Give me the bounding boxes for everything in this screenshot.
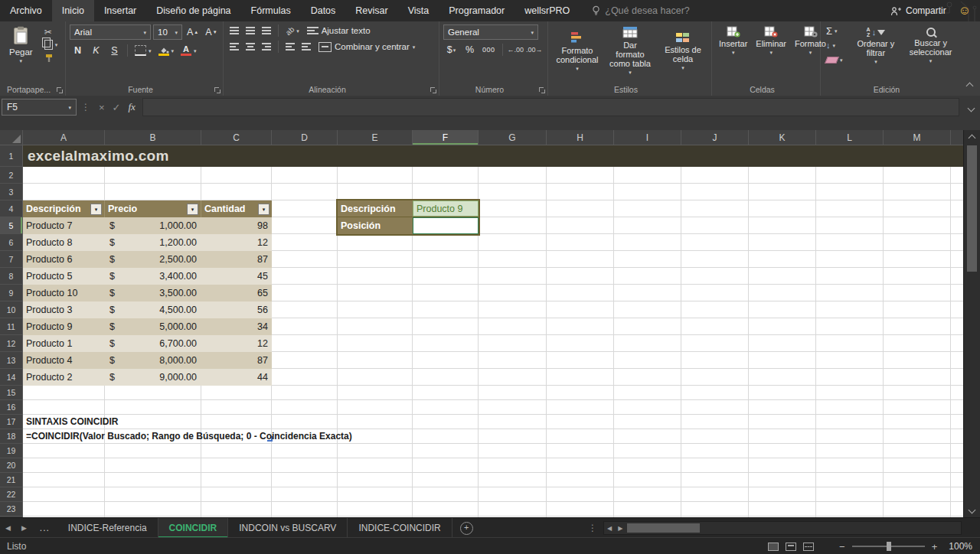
lookup-label-posicion[interactable]: Posición bbox=[338, 217, 413, 234]
cell-precio[interactable]: $6,700.00 bbox=[105, 335, 201, 352]
italic-button[interactable]: K bbox=[88, 44, 104, 57]
syntax-title-cell[interactable]: SINTAXIS COINCIDIR bbox=[26, 415, 118, 429]
row-header[interactable]: 23 bbox=[0, 502, 22, 517]
cell-descripcion[interactable]: Producto 2 bbox=[23, 369, 105, 386]
page-break-view-button[interactable] bbox=[803, 543, 814, 551]
hscroll-left-button[interactable]: ◀ bbox=[604, 525, 615, 532]
row-header[interactable]: 21 bbox=[0, 473, 22, 487]
row-header[interactable]: 10 bbox=[0, 301, 22, 318]
row-header[interactable]: 2 bbox=[0, 167, 22, 184]
conditional-formatting-button[interactable]: Formato condicional▾ bbox=[552, 29, 603, 73]
row-header[interactable]: 8 bbox=[0, 268, 22, 285]
cell-descripcion[interactable]: Producto 8 bbox=[23, 234, 105, 251]
table-header-cell[interactable]: Cantidad ▾ bbox=[201, 200, 272, 217]
row-header[interactable]: 5 bbox=[0, 217, 22, 234]
sheet-tab[interactable]: COINCIDIR bbox=[158, 518, 229, 538]
find-select-button[interactable]: Buscar y seleccionar▾ bbox=[904, 26, 957, 65]
table-row[interactable]: Producto 2 $9,000.00 44 bbox=[23, 369, 272, 386]
banner-cell[interactable]: excelalmaximo.com bbox=[23, 145, 963, 167]
increase-decimal-button[interactable]: ←.00 bbox=[508, 46, 524, 54]
filter-dropdown-button[interactable]: ▾ bbox=[90, 204, 102, 215]
row-header[interactable]: 19 bbox=[0, 444, 22, 458]
decrease-decimal-button[interactable]: .00→ bbox=[526, 46, 543, 54]
horizontal-scrollbar[interactable]: ◀ ▶ bbox=[603, 521, 962, 535]
column-header[interactable]: K bbox=[749, 130, 816, 145]
font-name-combo[interactable]: Arial▾ bbox=[70, 24, 151, 40]
cell-cantidad[interactable]: 44 bbox=[201, 369, 272, 386]
row-header[interactable]: 18 bbox=[0, 429, 22, 444]
formula-input[interactable] bbox=[142, 98, 959, 116]
align-left-icon[interactable] bbox=[227, 41, 241, 52]
cell-precio[interactable]: $1,200.00 bbox=[105, 234, 201, 251]
autosum-button[interactable]: Σ▾ bbox=[825, 24, 844, 37]
cell-descripcion[interactable]: Producto 1 bbox=[23, 335, 105, 352]
cell-descripcion[interactable]: Producto 7 bbox=[23, 217, 105, 234]
cell-cantidad[interactable]: 87 bbox=[201, 251, 272, 268]
column-header[interactable]: G bbox=[479, 130, 547, 145]
underline-button[interactable]: S bbox=[106, 44, 122, 57]
row-header[interactable]: 6 bbox=[0, 234, 22, 251]
sheet-nav-left-button[interactable]: ◀ bbox=[0, 518, 16, 538]
ribbon-tab[interactable]: Revisar bbox=[345, 0, 397, 21]
cell-cantidad[interactable]: 65 bbox=[201, 285, 272, 301]
dialog-launcher-portapapeles[interactable] bbox=[57, 87, 63, 93]
sheet-tab[interactable]: INDCOIN vs BUSCARV bbox=[228, 518, 348, 538]
cut-button[interactable]: ✂ bbox=[42, 26, 60, 38]
zoom-slider[interactable] bbox=[852, 546, 925, 547]
column-header[interactable]: L bbox=[816, 130, 884, 145]
percent-style-button[interactable]: % bbox=[462, 44, 478, 56]
cell-precio[interactable]: $3,500.00 bbox=[105, 285, 201, 301]
table-row[interactable]: Producto 4 $8,000.00 87 bbox=[23, 352, 272, 369]
row-header[interactable]: 22 bbox=[0, 487, 22, 502]
align-bottom-icon[interactable] bbox=[260, 25, 273, 36]
filter-dropdown-button[interactable]: ▾ bbox=[187, 204, 198, 215]
sheet-nav-right-button[interactable]: ▶ bbox=[16, 518, 32, 538]
cell-cantidad[interactable]: 45 bbox=[201, 268, 272, 285]
copy-button[interactable]: ▾ bbox=[42, 39, 60, 51]
sheet-tab[interactable]: INDICE-Referencia bbox=[57, 518, 158, 538]
zoom-slider-thumb[interactable] bbox=[887, 542, 891, 551]
row-header[interactable]: 12 bbox=[0, 335, 22, 352]
hscroll-right-button[interactable]: ▶ bbox=[615, 525, 626, 532]
cell-precio[interactable]: $4,500.00 bbox=[105, 301, 201, 318]
accounting-format-button[interactable]: $▾ bbox=[443, 44, 459, 56]
merge-center-button[interactable]: Combinar y centrar▾ bbox=[315, 41, 418, 53]
filter-dropdown-button[interactable]: ▾ bbox=[258, 204, 270, 215]
column-header[interactable]: A bbox=[23, 130, 105, 145]
ribbon-tab[interactable]: Fórmulas bbox=[241, 0, 301, 21]
cell-precio[interactable]: $2,500.00 bbox=[105, 251, 201, 268]
ribbon-tab[interactable]: Vista bbox=[398, 0, 439, 21]
fill-color-button[interactable]: ▾ bbox=[156, 44, 177, 57]
tell-me-search[interactable]: ¿Qué desea hacer? bbox=[592, 0, 690, 21]
cell-cantidad[interactable]: 56 bbox=[201, 301, 272, 318]
increase-indent-icon[interactable] bbox=[299, 41, 313, 52]
cell-descripcion[interactable]: Producto 9 bbox=[23, 318, 105, 335]
active-cell-f5[interactable] bbox=[413, 217, 479, 234]
insert-function-button[interactable]: fx bbox=[129, 101, 136, 113]
ribbon-tab[interactable]: Datos bbox=[301, 0, 346, 21]
align-middle-icon[interactable] bbox=[243, 25, 257, 36]
cell-cantidad[interactable]: 34 bbox=[201, 318, 272, 335]
row-header[interactable]: 15 bbox=[0, 386, 22, 400]
orientation-button[interactable]: ab▾ bbox=[283, 25, 302, 37]
delete-cells-button[interactable]: Eliminar▾ bbox=[753, 24, 789, 57]
align-right-icon[interactable] bbox=[260, 41, 273, 52]
column-header[interactable]: H bbox=[547, 130, 614, 145]
cell-descripcion[interactable]: Producto 3 bbox=[23, 301, 105, 318]
row-header[interactable]: 14 bbox=[0, 369, 22, 386]
vertical-scrollbar[interactable] bbox=[963, 130, 980, 517]
clear-button[interactable]: ▾ bbox=[825, 54, 844, 67]
select-all-button[interactable] bbox=[0, 130, 23, 145]
horizontal-scrollbar-thumb[interactable] bbox=[627, 523, 700, 533]
table-row[interactable]: Producto 8 $1,200.00 12 bbox=[23, 234, 272, 251]
cell-precio[interactable]: $5,000.00 bbox=[105, 318, 201, 335]
lookup-value-descripcion[interactable]: Producto 9 bbox=[413, 200, 479, 217]
tab-bar-splitter[interactable]: ⋮ bbox=[583, 518, 602, 538]
row-header[interactable]: 3 bbox=[0, 184, 22, 200]
column-header[interactable]: C bbox=[201, 130, 272, 145]
format-painter-button[interactable] bbox=[42, 52, 60, 64]
cancel-entry-button[interactable]: × bbox=[99, 102, 105, 113]
sheet-tabs-overflow[interactable]: ... bbox=[32, 518, 57, 538]
column-header[interactable]: E bbox=[338, 130, 413, 145]
vertical-scrollbar-thumb[interactable] bbox=[967, 145, 977, 272]
